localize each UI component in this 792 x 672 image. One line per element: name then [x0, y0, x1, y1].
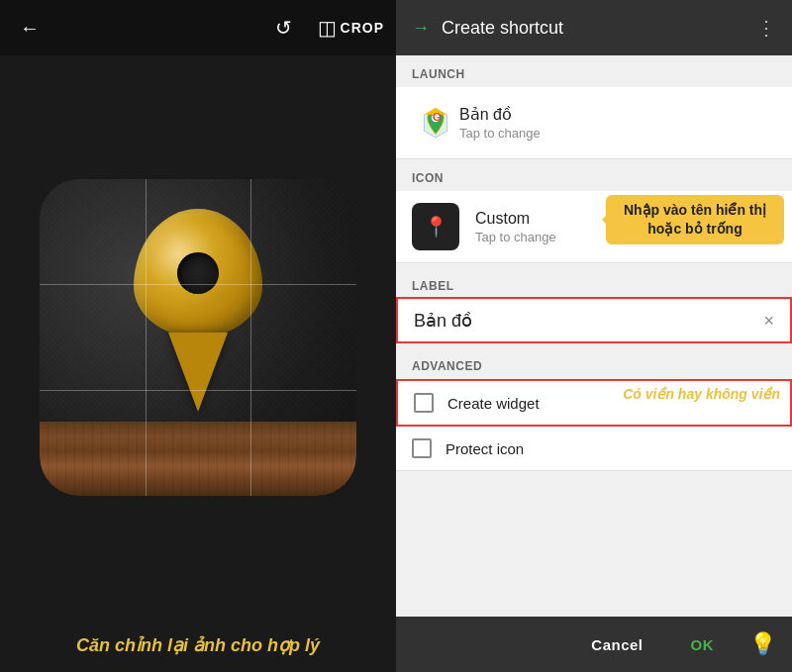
back-button[interactable]: ← — [12, 10, 48, 46]
launch-item[interactable]: G Bản đồ Tap to change — [396, 87, 792, 159]
label-box: Bản đồ × — [396, 297, 792, 343]
right-content: LAUNCH G Bản đồ Tap to change I — [396, 55, 792, 617]
svg-text:G: G — [433, 110, 442, 123]
right-toolbar: → Create shortcut ⋮ — [396, 0, 792, 55]
crop-icon-button[interactable]: ◫ CROP — [318, 16, 384, 40]
pin-emoji-icon: 📍 — [424, 215, 448, 239]
right-panel: → Create shortcut ⋮ LAUNCH G Bản đồ — [396, 0, 792, 672]
left-toolbar: ← ↺ ◫ CROP — [0, 0, 396, 55]
maps-app-name: Bản đồ — [459, 105, 776, 124]
left-panel: ← ↺ ◫ CROP — [0, 0, 396, 672]
label-container: LABEL Bản đồ × — [396, 263, 792, 343]
shortcut-icon: → — [412, 18, 430, 39]
app-icon-container — [40, 179, 356, 496]
crop-label: CROP — [341, 20, 384, 36]
pin-hole — [177, 252, 219, 294]
widget-annotation: Có viền hay không viền — [623, 381, 788, 407]
lightbulb-icon[interactable]: 💡 — [749, 631, 776, 657]
pin-tail — [168, 333, 228, 412]
gold-pin — [124, 209, 272, 417]
cancel-button[interactable]: Cancel — [579, 628, 654, 661]
caption-text: Căn chỉnh lại ảnh cho hợp lý — [76, 635, 320, 655]
label-value: Bản đồ — [414, 310, 763, 332]
create-widget-checkbox[interactable] — [414, 393, 434, 413]
create-widget-container: Create widget Có viền hay không viền — [396, 379, 792, 427]
icon-row-container: 📍 Custom Tap to change Nhập vào tên hiển… — [396, 191, 792, 263]
advanced-header: ADVANCED — [396, 351, 792, 379]
protect-icon-item[interactable]: Protect icon — [396, 427, 792, 471]
clear-label-button[interactable]: × — [763, 311, 774, 332]
launch-section-header: LAUNCH — [396, 55, 792, 87]
wood-grain — [40, 422, 356, 496]
crop-compare-icon: ◫ — [318, 16, 337, 40]
app-icon-image — [40, 179, 356, 496]
icon-tooltip: Nhập vào tên hiển thị hoặc bỏ trống — [606, 195, 784, 244]
advanced-section: ADVANCED Create widget Có viền hay không… — [396, 343, 792, 471]
maps-item-text: Bản đồ Tap to change — [459, 105, 776, 141]
label-section-header: LABEL — [396, 271, 792, 297]
maps-svg: G — [416, 103, 455, 143]
wood-base — [40, 422, 356, 496]
menu-icon[interactable]: ⋮ — [756, 16, 776, 40]
protect-icon-label: Protect icon — [446, 440, 524, 457]
bottom-bar: Cancel OK 💡 — [396, 617, 792, 672]
protect-icon-checkbox[interactable] — [412, 438, 432, 458]
right-panel-title: Create shortcut — [442, 18, 744, 39]
icon-section-header: ICON — [396, 159, 792, 191]
image-area — [0, 55, 396, 619]
maps-tap-to-change: Tap to change — [459, 126, 776, 141]
rotate-button[interactable]: ↺ — [266, 10, 302, 46]
bottom-caption: Căn chỉnh lại ảnh cho hợp lý — [0, 619, 396, 672]
custom-icon-bg: 📍 — [412, 203, 459, 250]
create-widget-label: Create widget — [447, 395, 540, 412]
label-input-row[interactable]: Bản đồ × — [398, 299, 790, 341]
ok-button[interactable]: OK — [679, 628, 727, 661]
pin-head — [134, 209, 262, 337]
maps-icon: G — [412, 99, 459, 146]
